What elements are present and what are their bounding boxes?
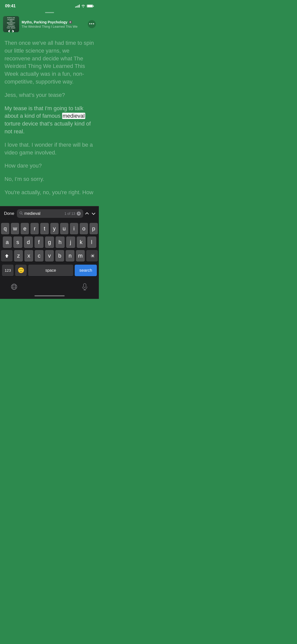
search-prev-button[interactable] xyxy=(86,211,88,216)
numbers-label: 123 xyxy=(5,268,11,272)
keyboard: q w e r t y u i o p a s d f g h j k l z … xyxy=(0,221,99,278)
keyboard-row-2: a s d f g h j k l xyxy=(1,236,98,248)
key-c[interactable]: c xyxy=(35,250,44,262)
search-navigation xyxy=(86,211,95,216)
search-field-icon xyxy=(19,211,23,216)
transcript-paragraph-5: How dare you? xyxy=(5,162,94,170)
episode-title: Myths, Parking Psychology xyxy=(22,20,67,24)
key-x[interactable]: x xyxy=(24,250,33,262)
key-a[interactable]: a xyxy=(3,236,12,248)
status-icons xyxy=(75,5,94,8)
search-input[interactable]: medieval xyxy=(24,211,63,216)
svg-line-1 xyxy=(22,214,23,215)
transcript-paragraph-7: You're actually, no, you're right. How xyxy=(5,189,94,196)
episode-badge: E xyxy=(69,21,72,24)
key-p[interactable]: p xyxy=(90,223,98,234)
key-d[interactable]: d xyxy=(24,236,33,248)
battery-icon xyxy=(87,5,94,8)
numbers-key[interactable]: 123 xyxy=(2,265,14,276)
transcript-paragraph-1: Then once we've all had time to spin our… xyxy=(5,39,94,86)
key-e[interactable]: e xyxy=(21,223,29,234)
transcript-area: Then once we've all had time to spin our… xyxy=(0,34,99,206)
more-button[interactable]: ••• xyxy=(88,20,96,28)
podcast-art-eye xyxy=(8,30,14,32)
key-f[interactable]: f xyxy=(34,236,44,248)
drag-handle xyxy=(0,10,99,14)
bottom-bar xyxy=(0,278,99,294)
transcript-paragraph-3: My tease is that I'm going to talk about… xyxy=(5,105,94,136)
svg-point-4 xyxy=(11,284,17,290)
done-button[interactable]: Done xyxy=(4,211,14,216)
key-q[interactable]: q xyxy=(1,223,9,234)
emoji-icon: 🙂 xyxy=(18,267,24,274)
key-r[interactable]: r xyxy=(30,223,39,234)
key-j[interactable]: j xyxy=(66,236,75,248)
space-key[interactable]: space xyxy=(28,265,73,276)
signal-icon xyxy=(75,5,80,8)
home-bar xyxy=(34,295,65,296)
status-time: 09:41 xyxy=(5,4,16,9)
key-w[interactable]: w xyxy=(11,223,19,234)
emoji-key[interactable]: 🙂 xyxy=(15,265,27,276)
shift-key[interactable] xyxy=(1,250,13,262)
key-y[interactable]: y xyxy=(50,223,59,234)
ellipsis-icon: ••• xyxy=(89,22,95,26)
keyboard-row-3: z x c v b n m xyxy=(1,250,98,262)
key-n[interactable]: n xyxy=(66,250,74,262)
globe-button[interactable] xyxy=(9,282,19,292)
search-button-label: search xyxy=(79,268,92,273)
transcript-paragraph-2: Jess, what's your tease? xyxy=(5,91,94,99)
key-u[interactable]: u xyxy=(60,223,68,234)
search-button[interactable]: search xyxy=(75,265,97,276)
key-o[interactable]: o xyxy=(80,223,88,234)
space-label: space xyxy=(45,268,56,273)
key-k[interactable]: k xyxy=(77,236,86,248)
clear-icon: ✕ xyxy=(78,212,80,215)
key-t[interactable]: t xyxy=(40,223,49,234)
podcast-name: The Weirdest Thing I Learned This We xyxy=(22,25,85,28)
search-field[interactable]: medieval 1 of 13 ✕ xyxy=(17,209,83,218)
key-s[interactable]: s xyxy=(13,236,22,248)
svg-point-5 xyxy=(13,284,16,290)
transcript-paragraph-4: I love that. I wonder if there will be a… xyxy=(5,141,94,157)
podcast-art: POPULAR SCIENCETHEWEIRDESTTHING ILEARNED… xyxy=(3,16,19,32)
podcast-art-label: POPULAR SCIENCETHEWEIRDESTTHING ILEARNED… xyxy=(4,17,18,29)
delete-key[interactable] xyxy=(86,250,98,262)
search-highlight: medieval xyxy=(62,113,85,119)
search-clear-button[interactable]: ✕ xyxy=(77,212,81,216)
keyboard-row-1: q w e r t y u i o p xyxy=(1,223,98,234)
transcript-paragraph-6: No, I'm so sorry. xyxy=(5,175,94,183)
key-l[interactable]: l xyxy=(87,236,96,248)
microphone-button[interactable] xyxy=(80,282,90,292)
search-count: 1 of 13 xyxy=(64,212,75,216)
key-z[interactable]: z xyxy=(14,250,23,262)
svg-rect-8 xyxy=(83,284,86,288)
key-b[interactable]: b xyxy=(55,250,64,262)
search-next-button[interactable] xyxy=(92,211,95,216)
wifi-icon xyxy=(81,5,85,8)
key-g[interactable]: g xyxy=(45,236,54,248)
search-bar: Done medieval 1 of 13 ✕ xyxy=(0,206,99,221)
key-m[interactable]: m xyxy=(76,250,85,262)
status-bar: 09:41 xyxy=(0,0,99,10)
key-h[interactable]: h xyxy=(56,236,65,248)
key-v[interactable]: v xyxy=(45,250,54,262)
now-playing-info: Myths, Parking Psychology E The Weirdest… xyxy=(22,20,85,28)
home-indicator xyxy=(0,294,99,299)
keyboard-bottom-row: 123 🙂 space search xyxy=(1,264,98,277)
key-i[interactable]: i xyxy=(70,223,78,234)
now-playing-bar: POPULAR SCIENCETHEWEIRDESTTHING ILEARNED… xyxy=(0,14,99,34)
